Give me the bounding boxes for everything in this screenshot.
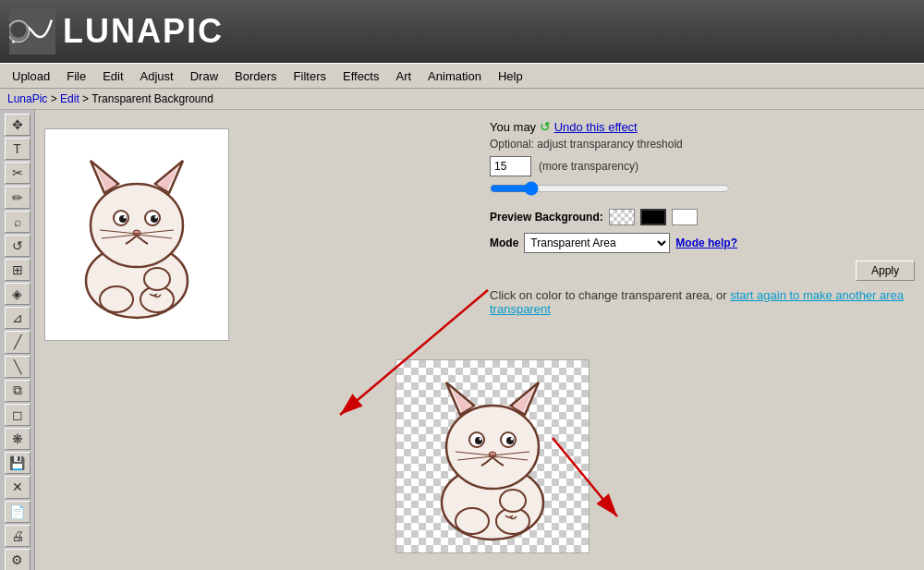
preview-bg-row: Preview Background: xyxy=(490,209,915,225)
mode-select[interactable]: Transparent AreaTransparent BackgroundEd… xyxy=(524,233,670,253)
svg-point-21 xyxy=(100,286,133,312)
svg-point-41 xyxy=(456,508,489,534)
mode-help-link[interactable]: Mode help? xyxy=(675,236,737,249)
logo-container: LUNAPIC xyxy=(9,8,224,55)
tool-brush[interactable]: ╲ xyxy=(5,356,30,378)
tool-eraser[interactable]: ◻ xyxy=(5,404,30,426)
svg-point-23 xyxy=(144,268,170,290)
tool-file[interactable]: 📄 xyxy=(5,501,30,523)
content-area: You may ↺ Undo this effect Optional: adj… xyxy=(35,110,924,570)
result-cat-image[interactable] xyxy=(395,359,590,553)
tool-print[interactable]: 🖨 xyxy=(5,525,30,547)
tool-move[interactable]: ✥ xyxy=(5,114,30,136)
instruction-text: Click on color to change transparent are… xyxy=(490,288,915,316)
svg-point-15 xyxy=(155,216,158,219)
mode-label: Mode xyxy=(490,236,518,249)
tool-grid[interactable]: ⊞ xyxy=(5,259,30,281)
tool-scissors[interactable]: ✂ xyxy=(5,162,30,184)
mode-row: Mode Transparent AreaTransparent Backgro… xyxy=(490,233,915,253)
menu-item-adjust[interactable]: Adjust xyxy=(132,66,182,87)
undo-link[interactable]: Undo this effect xyxy=(554,120,638,134)
threshold-hint: (more transparency) xyxy=(539,160,638,173)
header: LUNAPIC xyxy=(0,0,924,63)
tool-save[interactable]: 💾 xyxy=(5,452,30,474)
instruction-static: Click on color to change transparent are… xyxy=(490,288,727,302)
optional-text: Optional: adjust transparancy threshold xyxy=(490,138,915,151)
undo-line: You may ↺ Undo this effect xyxy=(490,119,915,134)
tool-fill[interactable]: ◈ xyxy=(5,283,30,305)
tool-pencil[interactable]: ✏ xyxy=(5,186,30,208)
tool-text[interactable]: T xyxy=(5,138,30,160)
tool-layers[interactable]: ⧉ xyxy=(5,380,30,402)
apply-row: Apply xyxy=(490,261,915,281)
breadcrumb-edit[interactable]: Edit xyxy=(60,92,79,105)
black-swatch[interactable] xyxy=(640,209,666,225)
svg-point-43 xyxy=(500,490,526,512)
menu-item-upload[interactable]: Upload xyxy=(4,66,58,87)
svg-point-25 xyxy=(446,406,539,489)
tool-dropper[interactable]: ⊿ xyxy=(5,307,30,329)
tool-settings[interactable]: ⚙ xyxy=(5,549,30,570)
menu-item-draw[interactable]: Draw xyxy=(182,66,226,87)
toolbar: ✥ T ✂ ✏ ⌕ ↺ ⊞ ◈ ⊿ ╱ ╲ ⧉ ◻ ❋ 💾 ✕ 📄 🖨 ⚙ xyxy=(0,110,35,570)
breadcrumb-current: Transparent Background xyxy=(91,92,213,105)
threshold-slider-row xyxy=(490,180,915,200)
white-swatch[interactable] xyxy=(672,209,698,225)
tool-effects[interactable]: ❋ xyxy=(5,428,30,450)
tool-close[interactable]: ✕ xyxy=(5,476,30,498)
apply-button[interactable]: Apply xyxy=(856,261,915,281)
menu-item-animation[interactable]: Animation xyxy=(419,66,490,87)
menu-item-help[interactable]: Help xyxy=(490,66,531,87)
threshold-slider[interactable] xyxy=(490,180,730,197)
menu-item-filters[interactable]: Filters xyxy=(286,66,334,87)
menu-item-borders[interactable]: Borders xyxy=(226,66,286,87)
logo-text: LUNAPIC xyxy=(63,12,224,51)
menu-item-effects[interactable]: Effects xyxy=(334,66,388,87)
undo-icon: ↺ xyxy=(540,119,554,134)
menubar: UploadFileEditAdjustDrawBordersFiltersEf… xyxy=(0,63,924,89)
threshold-input[interactable] xyxy=(490,156,531,176)
svg-point-2 xyxy=(11,22,27,38)
svg-point-35 xyxy=(511,438,514,441)
svg-point-14 xyxy=(124,216,127,219)
menu-item-file[interactable]: File xyxy=(58,66,94,87)
tool-line[interactable]: ╱ xyxy=(5,331,30,353)
svg-point-34 xyxy=(480,438,482,441)
result-cat-svg xyxy=(409,364,576,549)
menu-item-edit[interactable]: Edit xyxy=(94,66,131,87)
preview-bg-label: Preview Background: xyxy=(490,211,603,224)
tool-magnify[interactable]: ⌕ xyxy=(5,211,30,233)
tool-rotate[interactable]: ↺ xyxy=(5,235,30,257)
breadcrumb-lunapic[interactable]: LunaPic xyxy=(7,92,47,105)
original-cat-image[interactable] xyxy=(44,128,229,341)
original-cat-svg xyxy=(54,142,220,327)
right-panel: You may ↺ Undo this effect Optional: adj… xyxy=(490,119,915,325)
breadcrumb: LunaPic > Edit > Transparent Background xyxy=(0,89,924,110)
checker-swatch[interactable] xyxy=(609,209,635,225)
main-layout: ✥ T ✂ ✏ ⌕ ↺ ⊞ ◈ ⊿ ╱ ╲ ⧉ ◻ ❋ 💾 ✕ 📄 🖨 ⚙ Yo… xyxy=(0,110,924,570)
threshold-row: (more transparency) xyxy=(490,156,915,176)
logo-icon xyxy=(9,8,55,55)
menu-item-art[interactable]: Art xyxy=(387,66,419,87)
svg-point-5 xyxy=(91,184,183,267)
undo-prefix: You may xyxy=(490,120,536,134)
